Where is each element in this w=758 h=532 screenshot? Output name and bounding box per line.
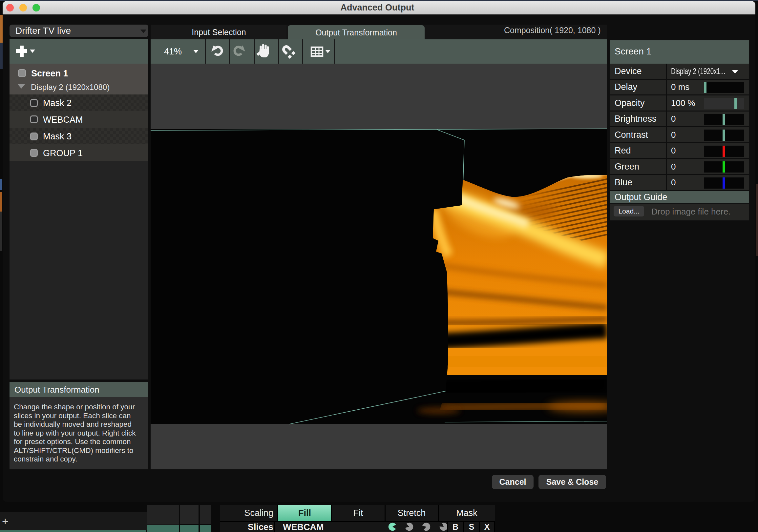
svg-text:S: S — [469, 522, 474, 531]
svg-text:B: B — [453, 522, 459, 531]
svg-text:X: X — [484, 522, 490, 531]
